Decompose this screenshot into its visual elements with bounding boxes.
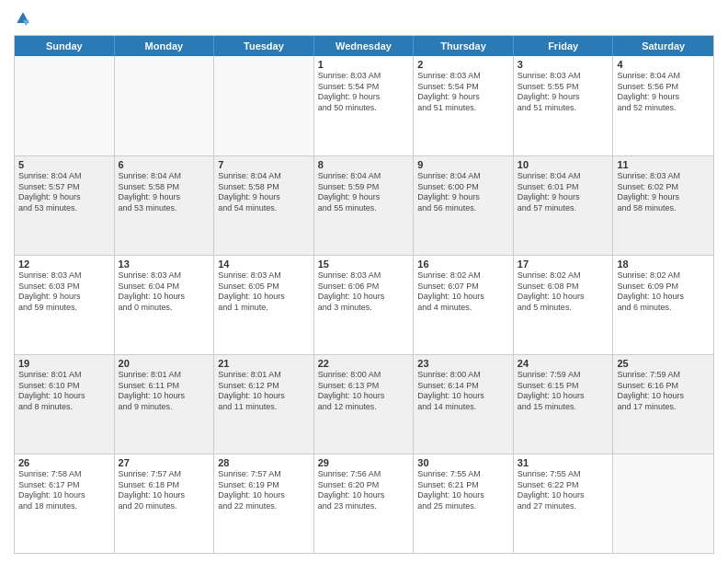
calendar-day: 29Sunrise: 7:56 AM Sunset: 6:20 PM Dayli…: [314, 454, 415, 553]
day-detail: Sunrise: 8:04 AM Sunset: 6:00 PM Dayligh…: [417, 171, 509, 214]
weekday-header-saturday: Saturday: [613, 36, 713, 56]
day-detail: Sunrise: 8:04 AM Sunset: 5:56 PM Dayligh…: [617, 71, 710, 114]
day-detail: Sunrise: 7:55 AM Sunset: 6:21 PM Dayligh…: [417, 469, 509, 512]
day-number: 14: [218, 259, 310, 270]
day-detail: Sunrise: 7:59 AM Sunset: 6:15 PM Dayligh…: [518, 370, 609, 413]
calendar-day: 25Sunrise: 7:59 AM Sunset: 6:16 PM Dayli…: [613, 355, 713, 454]
day-number: 30: [417, 457, 509, 468]
day-detail: Sunrise: 8:04 AM Sunset: 5:58 PM Dayligh…: [218, 171, 310, 214]
day-number: 6: [119, 159, 210, 170]
calendar-header-row: SundayMondayTuesdayWednesdayThursdayFrid…: [15, 36, 713, 56]
day-detail: Sunrise: 7:57 AM Sunset: 6:19 PM Dayligh…: [218, 469, 310, 512]
day-number: 18: [617, 259, 710, 270]
calendar-day: [115, 56, 215, 155]
day-number: 29: [318, 457, 410, 468]
weekday-header-monday: Monday: [115, 36, 215, 56]
day-number: 21: [218, 358, 310, 369]
calendar-day: 13Sunrise: 8:03 AM Sunset: 6:04 PM Dayli…: [115, 256, 215, 354]
calendar-day: 24Sunrise: 7:59 AM Sunset: 6:15 PM Dayli…: [514, 355, 614, 454]
day-number: 12: [18, 259, 110, 270]
day-number: 4: [617, 59, 710, 70]
day-detail: Sunrise: 8:02 AM Sunset: 6:09 PM Dayligh…: [617, 270, 710, 314]
logo-icon: [14, 9, 32, 28]
day-detail: Sunrise: 8:03 AM Sunset: 6:06 PM Dayligh…: [318, 270, 410, 314]
weekday-header-friday: Friday: [514, 36, 614, 56]
calendar-day: 15Sunrise: 8:03 AM Sunset: 6:06 PM Dayli…: [314, 256, 415, 354]
calendar-day: 1Sunrise: 8:03 AM Sunset: 5:54 PM Daylig…: [314, 56, 415, 155]
day-detail: Sunrise: 8:03 AM Sunset: 6:03 PM Dayligh…: [18, 270, 110, 314]
calendar-week-3: 12Sunrise: 8:03 AM Sunset: 6:03 PM Dayli…: [15, 255, 713, 354]
day-detail: Sunrise: 8:03 AM Sunset: 6:04 PM Dayligh…: [119, 270, 210, 314]
day-number: 25: [617, 358, 710, 369]
day-detail: Sunrise: 8:03 AM Sunset: 6:02 PM Dayligh…: [617, 171, 710, 214]
weekday-header-tuesday: Tuesday: [214, 36, 314, 56]
day-number: 28: [218, 457, 310, 468]
day-detail: Sunrise: 8:03 AM Sunset: 5:55 PM Dayligh…: [518, 71, 609, 114]
calendar-day: 11Sunrise: 8:03 AM Sunset: 6:02 PM Dayli…: [613, 156, 713, 255]
day-number: 19: [18, 358, 110, 369]
day-number: 10: [518, 159, 609, 170]
day-detail: Sunrise: 8:03 AM Sunset: 6:05 PM Dayligh…: [218, 270, 310, 314]
day-detail: Sunrise: 8:03 AM Sunset: 5:54 PM Dayligh…: [417, 71, 509, 114]
weekday-header-wednesday: Wednesday: [314, 36, 415, 56]
calendar-day: 23Sunrise: 8:00 AM Sunset: 6:14 PM Dayli…: [414, 355, 514, 454]
day-detail: Sunrise: 8:00 AM Sunset: 6:14 PM Dayligh…: [417, 370, 509, 413]
calendar-week-2: 5Sunrise: 8:04 AM Sunset: 5:57 PM Daylig…: [15, 155, 713, 255]
calendar-day: [214, 56, 314, 155]
day-number: 1: [318, 59, 410, 70]
calendar-day: 19Sunrise: 8:01 AM Sunset: 6:10 PM Dayli…: [15, 355, 115, 454]
calendar-day: 2Sunrise: 8:03 AM Sunset: 5:54 PM Daylig…: [414, 56, 514, 155]
day-number: 5: [18, 159, 110, 170]
calendar-day: 27Sunrise: 7:57 AM Sunset: 6:18 PM Dayli…: [115, 454, 215, 553]
day-detail: Sunrise: 8:04 AM Sunset: 5:59 PM Dayligh…: [318, 171, 410, 214]
page: SundayMondayTuesdayWednesdayThursdayFrid…: [0, 0, 728, 563]
calendar-day: 30Sunrise: 7:55 AM Sunset: 6:21 PM Dayli…: [414, 454, 514, 553]
calendar-day: 22Sunrise: 8:00 AM Sunset: 6:13 PM Dayli…: [314, 355, 415, 454]
day-number: 27: [119, 457, 210, 468]
day-detail: Sunrise: 8:01 AM Sunset: 6:10 PM Dayligh…: [18, 370, 110, 413]
day-detail: Sunrise: 8:00 AM Sunset: 6:13 PM Dayligh…: [318, 370, 410, 413]
day-detail: Sunrise: 7:56 AM Sunset: 6:20 PM Dayligh…: [318, 469, 410, 512]
calendar: SundayMondayTuesdayWednesdayThursdayFrid…: [14, 35, 714, 554]
calendar-week-5: 26Sunrise: 7:58 AM Sunset: 6:17 PM Dayli…: [15, 454, 713, 553]
calendar-week-4: 19Sunrise: 8:01 AM Sunset: 6:10 PM Dayli…: [15, 354, 713, 454]
day-detail: Sunrise: 7:55 AM Sunset: 6:22 PM Dayligh…: [518, 469, 609, 512]
day-detail: Sunrise: 8:02 AM Sunset: 6:07 PM Dayligh…: [417, 270, 509, 314]
day-number: 22: [318, 358, 410, 369]
day-number: 2: [417, 59, 509, 70]
day-number: 8: [318, 159, 410, 170]
calendar-day: 14Sunrise: 8:03 AM Sunset: 6:05 PM Dayli…: [214, 256, 314, 354]
day-detail: Sunrise: 8:04 AM Sunset: 5:57 PM Dayligh…: [18, 171, 110, 214]
day-detail: Sunrise: 7:59 AM Sunset: 6:16 PM Dayligh…: [617, 370, 710, 413]
day-detail: Sunrise: 7:57 AM Sunset: 6:18 PM Dayligh…: [119, 469, 210, 512]
day-number: 13: [119, 259, 210, 270]
calendar-day: 9Sunrise: 8:04 AM Sunset: 6:00 PM Daylig…: [414, 156, 514, 255]
calendar-day: 8Sunrise: 8:04 AM Sunset: 5:59 PM Daylig…: [314, 156, 415, 255]
calendar-day: 21Sunrise: 8:01 AM Sunset: 6:12 PM Dayli…: [214, 355, 314, 454]
calendar-day: [15, 56, 115, 155]
day-detail: Sunrise: 8:04 AM Sunset: 6:01 PM Dayligh…: [518, 171, 609, 214]
day-number: 16: [417, 259, 509, 270]
calendar-day: 17Sunrise: 8:02 AM Sunset: 6:08 PM Dayli…: [514, 256, 614, 354]
day-detail: Sunrise: 8:02 AM Sunset: 6:08 PM Dayligh…: [518, 270, 609, 314]
calendar-day: 26Sunrise: 7:58 AM Sunset: 6:17 PM Dayli…: [15, 454, 115, 553]
day-number: 3: [518, 59, 609, 70]
calendar-day: 4Sunrise: 8:04 AM Sunset: 5:56 PM Daylig…: [613, 56, 713, 155]
calendar-day: 28Sunrise: 7:57 AM Sunset: 6:19 PM Dayli…: [214, 454, 314, 553]
day-number: 15: [318, 259, 410, 270]
day-detail: Sunrise: 7:58 AM Sunset: 6:17 PM Dayligh…: [18, 469, 110, 512]
day-number: 31: [518, 457, 609, 468]
day-number: 11: [617, 159, 710, 170]
day-number: 20: [119, 358, 210, 369]
day-number: 17: [518, 259, 609, 270]
calendar-body: 1Sunrise: 8:03 AM Sunset: 5:54 PM Daylig…: [15, 56, 713, 553]
calendar-day: 18Sunrise: 8:02 AM Sunset: 6:09 PM Dayli…: [613, 256, 713, 354]
calendar-day: 10Sunrise: 8:04 AM Sunset: 6:01 PM Dayli…: [514, 156, 614, 255]
logo: [14, 9, 36, 28]
calendar-day: 20Sunrise: 8:01 AM Sunset: 6:11 PM Dayli…: [115, 355, 215, 454]
day-number: 26: [18, 457, 110, 468]
calendar-week-1: 1Sunrise: 8:03 AM Sunset: 5:54 PM Daylig…: [15, 56, 713, 155]
day-detail: Sunrise: 8:01 AM Sunset: 6:12 PM Dayligh…: [218, 370, 310, 413]
calendar-day: 5Sunrise: 8:04 AM Sunset: 5:57 PM Daylig…: [15, 156, 115, 255]
calendar-day: 16Sunrise: 8:02 AM Sunset: 6:07 PM Dayli…: [414, 256, 514, 354]
